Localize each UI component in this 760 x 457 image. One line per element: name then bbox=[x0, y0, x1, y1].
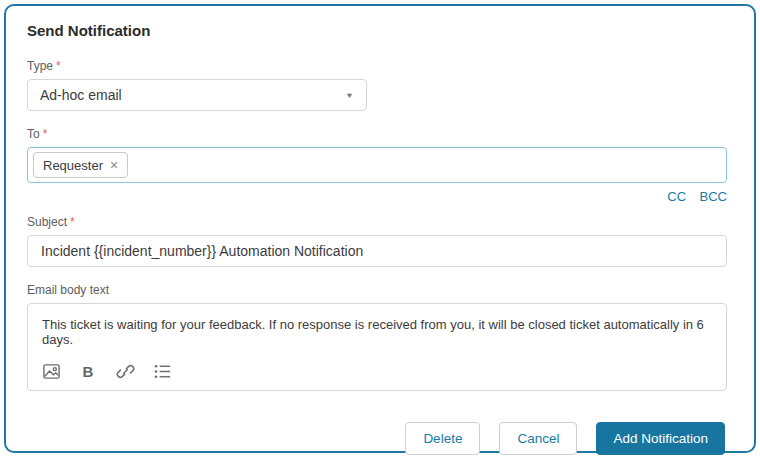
footer-actions: Delete Cancel Add Notification bbox=[27, 422, 725, 455]
type-select[interactable]: Ad-hoc email ▼ bbox=[27, 79, 367, 111]
body-editor[interactable]: This ticket is waiting for your feedback… bbox=[27, 303, 727, 391]
bullet-list-icon[interactable] bbox=[152, 361, 172, 381]
bold-icon[interactable]: B bbox=[78, 361, 98, 381]
subject-label: Subject* bbox=[27, 215, 725, 229]
subject-input[interactable]: Incident {{incident_number}} Automation … bbox=[27, 235, 727, 267]
to-field-group: To* Requester × CC BCC bbox=[27, 127, 725, 205]
cc-link[interactable]: CC bbox=[667, 189, 686, 204]
cc-bcc-row: CC BCC bbox=[27, 187, 727, 205]
to-label: To* bbox=[27, 127, 725, 141]
link-icon[interactable] bbox=[115, 361, 135, 381]
recipient-chip-label: Requester bbox=[43, 158, 103, 173]
add-notification-button[interactable]: Add Notification bbox=[596, 422, 725, 455]
required-marker: * bbox=[56, 59, 61, 73]
remove-recipient-icon[interactable]: × bbox=[110, 158, 118, 172]
send-notification-panel: Send Notification Type* Ad-hoc email ▼ T… bbox=[4, 4, 756, 453]
to-input[interactable]: Requester × bbox=[27, 147, 727, 183]
required-marker: * bbox=[70, 215, 75, 229]
body-editor-text: This ticket is waiting for your feedback… bbox=[42, 317, 712, 347]
delete-button[interactable]: Delete bbox=[405, 422, 480, 455]
type-field-group: Type* Ad-hoc email ▼ bbox=[27, 59, 725, 111]
cancel-button[interactable]: Cancel bbox=[499, 422, 577, 455]
subject-input-value: Incident {{incident_number}} Automation … bbox=[41, 243, 363, 259]
page-title: Send Notification bbox=[27, 22, 725, 39]
subject-field-group: Subject* Incident {{incident_number}} Au… bbox=[27, 215, 725, 267]
body-editor-toolbar: B bbox=[41, 361, 172, 381]
body-field-group: Email body text This ticket is waiting f… bbox=[27, 283, 725, 391]
chevron-down-icon: ▼ bbox=[345, 91, 354, 100]
bcc-link[interactable]: BCC bbox=[700, 189, 727, 204]
recipient-chip: Requester × bbox=[33, 152, 128, 178]
insert-image-icon[interactable] bbox=[41, 361, 61, 381]
type-label: Type* bbox=[27, 59, 725, 73]
required-marker: * bbox=[43, 127, 48, 141]
type-select-value: Ad-hoc email bbox=[40, 87, 122, 103]
body-label: Email body text bbox=[27, 283, 725, 297]
